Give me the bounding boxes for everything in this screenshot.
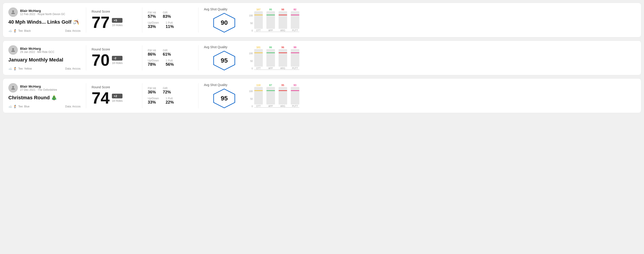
hexagon-wrap: 90 — [204, 13, 244, 33]
user-sub: 12 Feb 2022 · Royal North Devon GC — [20, 13, 65, 16]
stat-gir: GIR 72% — [163, 87, 171, 95]
updown-value: 78% — [148, 62, 159, 67]
user-details: Blair McHarg 12 Feb 2022 · Royal North D… — [20, 9, 65, 16]
stat-oneputt: 1 Putt 22% — [166, 97, 174, 105]
bar-group: 98 ARG — [278, 8, 287, 32]
bar-group: 99 PUTT — [291, 46, 299, 70]
hexagon-wrap: 95 — [204, 89, 244, 108]
oneputt-label: 1 Putt — [166, 97, 174, 100]
gir-value: 61% — [163, 52, 171, 57]
bar-value: 93 — [294, 84, 296, 87]
round-card: Blair McHarg 27 Dec 2021 · The Oxfordshi… — [3, 78, 641, 113]
avatar — [8, 7, 18, 17]
bar-label: OTT — [256, 105, 261, 107]
updown-label: Up/Down — [148, 59, 159, 62]
score-main: 70 -2 18 Holes — [92, 52, 137, 68]
stats-row-bottom: Up/Down 33% 1 Putt 11% — [148, 21, 193, 29]
data-source: Data: Arccos — [65, 105, 80, 108]
bar-value: 96 — [282, 46, 284, 49]
bar-group: 110 OTT — [254, 84, 263, 107]
score-badge-wrap: +5 18 Holes — [112, 18, 122, 27]
weather-icon: ☁️ — [8, 29, 12, 33]
stat-fw-hit: FW Hit 86% — [148, 49, 156, 57]
bar-group: 95 APP — [266, 8, 275, 32]
bar-value: 98 — [282, 8, 284, 11]
stat-fw-hit: FW Hit 57% — [148, 11, 156, 19]
gir-value: 72% — [163, 90, 171, 95]
bar-label: OTT — [256, 29, 261, 32]
user-info: Blair McHarg 29 Jan 2022 · Mill Ride GCC — [8, 45, 80, 55]
user-details: Blair McHarg 27 Dec 2021 · The Oxfordshi… — [20, 84, 57, 91]
card-left: Blair McHarg 12 Feb 2022 · Royal North D… — [8, 7, 80, 33]
bar-value: 99 — [294, 46, 296, 49]
divider — [142, 7, 142, 33]
gir-label: GIR — [163, 87, 171, 90]
score-badge-wrap: -2 18 Holes — [112, 56, 122, 65]
svg-point-4 — [12, 86, 14, 88]
divider — [198, 45, 198, 70]
card-left: Blair McHarg 27 Dec 2021 · The Oxfordshi… — [8, 83, 80, 108]
tee-label: Tee: Yellow — [18, 67, 32, 70]
score-label: Round Score — [92, 47, 137, 51]
avatar — [8, 45, 18, 55]
stats-section: FW Hit 57% GIR 83% Up/Down 33% 1 Putt 11… — [148, 7, 193, 33]
bar-group: 96 ARG — [278, 46, 287, 70]
divider — [198, 7, 198, 33]
chart-section: 100500 101 OTT 86 APP 96 ARG — [244, 45, 636, 70]
bar-group: 95 ARG — [278, 84, 287, 107]
quality-section: Avg Shot Quality 90 — [204, 7, 244, 33]
user-details: Blair McHarg 29 Jan 2022 · Mill Ride GCC — [20, 47, 54, 54]
score-holes: 18 Holes — [112, 99, 122, 103]
oneputt-label: 1 Putt — [166, 21, 174, 24]
bag-icon: 🏌️ — [13, 105, 17, 108]
updown-value: 33% — [148, 24, 159, 29]
quality-section: Avg Shot Quality 95 — [204, 83, 244, 108]
quality-label: Avg Shot Quality — [204, 7, 227, 11]
fw-hit-label: FW Hit — [148, 49, 156, 52]
bar-value: 82 — [294, 8, 296, 11]
stat-gir: GIR 61% — [163, 49, 171, 57]
bar-value: 110 — [256, 84, 260, 87]
bar-label: PUTT — [292, 29, 298, 32]
updown-label: Up/Down — [148, 21, 159, 24]
bar-group: 87 APP — [266, 84, 275, 107]
tee-label: Tee: Blue — [18, 105, 30, 108]
divider — [86, 45, 86, 70]
score-badge: -2 — [112, 56, 122, 61]
oneputt-value: 11% — [166, 24, 174, 29]
data-source: Data: Arccos — [65, 29, 80, 32]
user-info: Blair McHarg 12 Feb 2022 · Royal North D… — [8, 7, 80, 17]
bar-label: PUTT — [292, 105, 298, 107]
footer-info: ☁️ 🏌️ Tee: Yellow Data: Arccos — [8, 67, 80, 70]
tee-info: ☁️ 🏌️ Tee: Blue — [8, 105, 30, 108]
footer-info: ☁️ 🏌️ Tee: Blue Data: Arccos — [8, 105, 80, 108]
score-section: Round Score 77 +5 18 Holes — [92, 7, 137, 33]
chart-section: 100500 107 OTT 95 APP 98 ARG — [244, 7, 636, 33]
footer-info: ☁️ 🏌️ Tee: Black Data: Arccos — [8, 29, 80, 33]
hexagon-score: 95 — [220, 57, 228, 64]
oneputt-value: 22% — [166, 100, 174, 105]
svg-point-2 — [12, 48, 14, 50]
bar-group: 82 PUTT — [291, 8, 299, 32]
avatar — [8, 83, 18, 93]
score-label: Round Score — [92, 85, 137, 89]
hexagon: 95 — [213, 51, 236, 70]
quality-label: Avg Shot Quality — [204, 45, 227, 49]
stat-oneputt: 1 Putt 11% — [166, 21, 174, 29]
score-section: Round Score 74 +2 18 Holes — [92, 83, 137, 108]
bar-value: 87 — [269, 84, 272, 87]
stats-row-top: FW Hit 86% GIR 61% — [148, 49, 193, 57]
score-number: 70 — [92, 52, 110, 68]
divider — [86, 7, 86, 33]
user-info: Blair McHarg 27 Dec 2021 · The Oxfordshi… — [8, 83, 80, 93]
fw-hit-label: FW Hit — [148, 11, 156, 14]
oneputt-value: 56% — [166, 62, 174, 67]
chart-section: 100500 110 OTT 87 APP 95 ARG — [244, 83, 636, 108]
stats-row-top: FW Hit 57% GIR 83% — [148, 11, 193, 19]
bar-value: 95 — [282, 84, 284, 87]
stats-row-bottom: Up/Down 78% 1 Putt 56% — [148, 59, 193, 67]
bag-icon: 🏌️ — [13, 29, 17, 33]
divider — [142, 83, 142, 108]
bar-label: APP — [268, 29, 273, 32]
stat-oneputt: 1 Putt 56% — [166, 59, 174, 67]
